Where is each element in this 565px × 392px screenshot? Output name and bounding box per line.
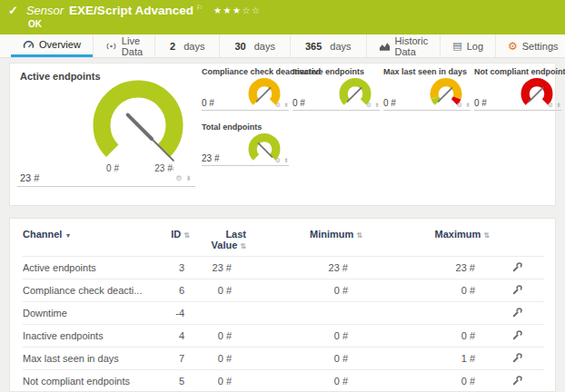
gear-icon[interactable]: ⚙ xyxy=(275,157,281,163)
channel-id-cell: 4 xyxy=(143,325,190,348)
channel-settings-button[interactable] xyxy=(511,375,523,388)
gauge-cell-active-endpoints: Active endpoints x 0 # 23 # 23 # ⚙⇟ xyxy=(17,67,195,187)
channel-name-cell[interactable]: Downtime xyxy=(23,302,143,325)
table-row: Active endpoints 3 23 # 23 # 23 # xyxy=(23,257,544,279)
column-label: ID xyxy=(171,229,181,240)
column-header-channel[interactable]: Channel▼ xyxy=(23,222,143,257)
status-badge: OK xyxy=(28,19,42,29)
log-icon: ▤ xyxy=(452,40,461,52)
last-value-cell: 0 # xyxy=(190,348,246,370)
channel-settings-button[interactable] xyxy=(511,261,523,275)
pin-icon[interactable]: ⇟ xyxy=(374,102,380,108)
pin-icon[interactable]: ⇟ xyxy=(185,174,192,182)
channel-id-cell: 5 xyxy=(143,370,190,392)
channel-settings-button[interactable] xyxy=(511,284,523,298)
gear-icon[interactable]: ⚙ xyxy=(548,102,553,108)
channel-id-cell: 6 xyxy=(143,279,190,302)
channel-name-cell[interactable]: Inactive endpoints xyxy=(23,325,143,348)
pin-icon[interactable]: ⇟ xyxy=(283,157,289,163)
gear-icon[interactable]: ⚙ xyxy=(366,102,372,108)
table-row: Not compliant endpoints 5 0 # 0 # 0 # xyxy=(23,370,544,392)
gauge-value: 0 # xyxy=(202,98,214,108)
column-header-minimum[interactable]: Minimum⇅ xyxy=(246,222,362,257)
channel-rows: Active endpoints 3 23 # 23 # 23 # Compli… xyxy=(23,257,544,392)
gauge-value: 23 # xyxy=(202,153,219,163)
gauge-cell-compliance: Compliance check deactivated 0 # ⚙⇟ xyxy=(202,67,289,111)
last-value-cell xyxy=(190,302,246,325)
maximum-cell xyxy=(362,302,490,325)
tab-label: Settings xyxy=(522,41,559,52)
wrench-icon xyxy=(511,307,523,318)
maximum-cell: 0 # xyxy=(362,325,490,348)
channel-id-cell: -4 xyxy=(143,302,190,325)
channel-settings-button[interactable] xyxy=(511,352,523,366)
channel-name-cell[interactable]: Not compliant endpoints xyxy=(23,370,143,392)
gauge-needle xyxy=(258,143,272,157)
gear-icon[interactable]: ⚙ xyxy=(275,102,281,108)
tab-label: days xyxy=(254,41,275,52)
gauge-needle xyxy=(257,88,271,102)
gauge-needle xyxy=(128,115,152,139)
sort-icon: ⇅ xyxy=(240,242,246,250)
gear-icon[interactable]: ⚙ xyxy=(457,102,462,108)
column-label: Maximum xyxy=(435,229,481,240)
pin-icon[interactable]: ⇟ xyxy=(556,102,561,108)
table-row: Compliance check deacti... 6 0 # 0 # 0 # xyxy=(23,279,544,302)
page-title: EXE/Script Advanced xyxy=(69,4,193,17)
wrench-icon xyxy=(511,261,523,273)
column-header-tools xyxy=(490,222,544,257)
maximum-cell: 23 # xyxy=(362,257,490,279)
gauge-min-label: 0 # xyxy=(106,163,119,173)
minimum-cell: 23 # xyxy=(246,257,362,279)
chart-icon xyxy=(379,41,391,52)
tab-overview[interactable]: Overview xyxy=(11,34,93,57)
channel-name-cell[interactable]: Active endpoints xyxy=(23,257,143,279)
gauge-value: 0 # xyxy=(383,98,396,108)
maximum-cell: 1 # xyxy=(362,348,490,370)
wrench-icon xyxy=(511,352,523,364)
wrench-icon xyxy=(511,375,523,387)
sort-desc-icon: ▼ xyxy=(64,232,71,239)
sensor-kind-label: Sensor xyxy=(26,4,64,17)
channel-settings-button[interactable] xyxy=(511,329,523,343)
channel-id-cell: 3 xyxy=(143,257,190,279)
gauge-needle xyxy=(530,88,543,102)
active-endpoints-gauge: x xyxy=(83,76,193,180)
channel-table: Channel▼ ID⇅ Last Value⇅ Minimum⇅ Maximu… xyxy=(23,222,544,392)
pin-icon[interactable]: ⇟ xyxy=(465,102,471,108)
table-row: Inactive endpoints 4 0 # 0 # 0 # xyxy=(23,325,544,348)
column-header-last-value[interactable]: Last Value⇅ xyxy=(190,222,246,257)
channel-name-cell[interactable]: Compliance check deacti... xyxy=(23,279,143,302)
gauges-panel: Active endpoints x 0 # 23 # 23 # ⚙⇟ Comp… xyxy=(9,63,556,206)
tab-label-number: 2 xyxy=(170,41,175,52)
tab-log[interactable]: ▤ Log xyxy=(440,34,495,57)
tab-2-days[interactable]: 2 days xyxy=(154,34,219,57)
tab-live-data[interactable]: Live Data xyxy=(93,34,154,57)
wrench-icon xyxy=(511,284,523,296)
pin-icon[interactable]: ⇟ xyxy=(283,102,289,108)
channel-settings-button[interactable] xyxy=(511,307,523,320)
gauge-value: 0 # xyxy=(292,98,305,108)
tab-settings[interactable]: ⚙ Settings xyxy=(495,34,565,57)
tab-30-days[interactable]: 30 days xyxy=(219,34,290,57)
last-value-cell: 0 # xyxy=(190,325,246,348)
table-row: Max last seen in days 7 0 # 0 # 1 # xyxy=(23,348,544,370)
minimum-cell: 0 # xyxy=(246,370,362,392)
minimum-cell: 0 # xyxy=(246,325,362,348)
gauge-needle xyxy=(348,88,362,102)
column-label: Minimum xyxy=(310,229,353,240)
column-header-maximum[interactable]: Maximum⇅ xyxy=(362,222,490,257)
tab-label-number: 365 xyxy=(305,41,322,52)
column-label: Channel xyxy=(23,229,62,240)
tab-historic-data[interactable]: Historic Data xyxy=(366,34,441,57)
priority-stars[interactable]: ★★★☆☆ xyxy=(213,5,261,15)
tab-label-number: 30 xyxy=(234,41,245,52)
last-value-cell: 0 # xyxy=(190,370,246,392)
tab-label: days xyxy=(183,41,204,52)
column-header-id[interactable]: ID⇅ xyxy=(143,222,190,257)
channel-name-cell[interactable]: Max last seen in days xyxy=(23,348,143,370)
maximum-cell: 0 # xyxy=(362,279,490,302)
gauge-max-label: 23 # xyxy=(154,163,172,173)
gear-icon[interactable]: ⚙ xyxy=(175,174,182,182)
tab-365-days[interactable]: 365 days xyxy=(290,34,366,57)
